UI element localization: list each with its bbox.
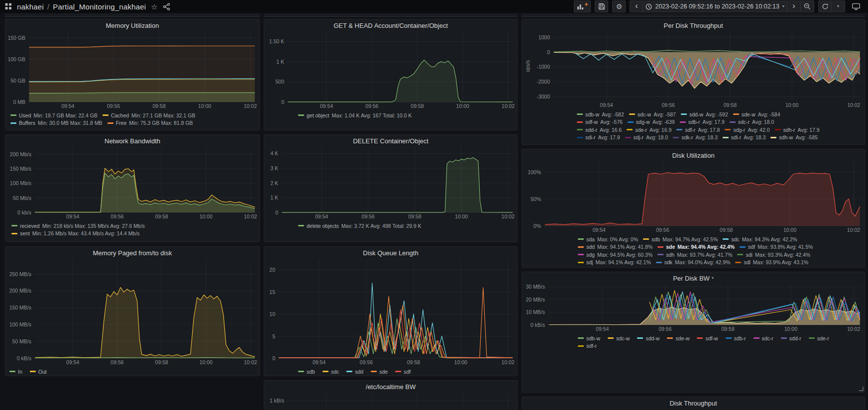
- legend-item-get object[interactable]: get objectMax: 1.04 K Avg: 167 Total: 10…: [298, 112, 412, 118]
- legend-item-sdl-r[interactable]: sdl-rAvg: 18.3: [723, 134, 766, 140]
- chart-plot-pbw[interactable]: [548, 284, 861, 325]
- add-panel-button[interactable]: +: [574, 0, 591, 12]
- legend-item-sdc-r[interactable]: sdc-r: [754, 335, 776, 341]
- legend-item-delete objects[interactable]: delete objectsMax: 3.72 K Avg: 498 Total…: [298, 223, 422, 229]
- chart-plot-net[interactable]: [34, 147, 255, 212]
- x-axis-tick: 09:54: [600, 102, 613, 108]
- chart-plot-etcbw[interactable]: [287, 393, 513, 410]
- panel-header-del[interactable]: DELETE Container/Object: [264, 135, 517, 147]
- legend-item-Free[interactable]: FreeMin: 75.3 GB Max: 81.8 GB: [108, 120, 193, 126]
- legend-item-sdf-r[interactable]: sdf-r: [578, 343, 599, 349]
- chart-plot-queue[interactable]: [278, 259, 513, 358]
- legend-item-sdh-w[interactable]: sdh-wAvg: -585: [770, 134, 818, 140]
- legend-series-name: Free: [116, 120, 127, 126]
- legend-item-sdd-w[interactable]: sdd-w: [637, 335, 662, 341]
- panel-header-dth[interactable]: Disk Throughput: [522, 397, 865, 409]
- dashboard-settings-button[interactable]: ⚙: [612, 0, 626, 12]
- legend-item-sdd[interactable]: sddMax: 94.1% Avg: 41.8%: [578, 244, 652, 250]
- legend-color-dash: [10, 114, 16, 116]
- legend-item-sde[interactable]: sde: [371, 369, 390, 375]
- legend-item-In[interactable]: In: [9, 369, 25, 375]
- legend-item-sdd-w[interactable]: sdd-wAvg: -592: [681, 111, 728, 117]
- legend-series-name: sdb: [651, 236, 660, 242]
- legend-item-sda[interactable]: sdaMax: 0% Avg: 0%: [578, 236, 638, 242]
- breadcrumb-team[interactable]: nakhaei: [17, 2, 44, 11]
- panel-title: /etc/localtime BW: [366, 383, 416, 391]
- legend-item-sdg-r[interactable]: sdg-rAvg: 42.0: [725, 127, 769, 133]
- x-axis-tick: 09:58: [155, 359, 168, 365]
- chart-plot-du[interactable]: [544, 161, 861, 226]
- legend-item-sdb-r[interactable]: sdb-r: [726, 335, 749, 341]
- legend-item-sdb[interactable]: sdb: [298, 369, 318, 375]
- legend-item-sdb-w[interactable]: sdb-w: [578, 335, 603, 341]
- chart-plot-pdt[interactable]: [553, 31, 861, 101]
- legend-item-sdh[interactable]: sdhMax: 93.7% Avg: 41.7%: [657, 252, 732, 258]
- panel-header-paged[interactable]: Memory Paged from/to disk: [5, 247, 259, 259]
- zoom-out-time-button[interactable]: [801, 0, 814, 12]
- legend-item-sdf-r[interactable]: sdf-rAvg: 17.8: [676, 127, 720, 133]
- save-dashboard-button[interactable]: [595, 0, 608, 12]
- legend-item-sdd-r[interactable]: sdd-r: [781, 335, 804, 341]
- legend-item-sdc-r[interactable]: sdc-rAvg: 18.0: [730, 119, 774, 125]
- refresh-button[interactable]: [818, 0, 832, 12]
- time-shift-forward-button[interactable]: ›: [787, 0, 801, 12]
- chart-plot-mem[interactable]: [28, 31, 255, 102]
- legend-item-sdj-r[interactable]: sdj-rAvg: 18.0: [625, 134, 668, 140]
- legend-item-recieved[interactable]: recievedMin: 218 kb/s Max: 135 Mb/s Avg:…: [11, 223, 145, 229]
- panel-header-mem[interactable]: Memory Utilization: [5, 19, 259, 31]
- legend-item-sdk[interactable]: sdkMax: 94.0% Avg: 42.9%: [656, 259, 731, 265]
- legend-item-Buffers[interactable]: BuffersMin: 30.0 MB Max: 31.8 MB: [10, 120, 103, 126]
- legend-item-sdl[interactable]: sdlMax: 93.9% Avg: 43.1%: [735, 259, 808, 265]
- legend-item-sdf-w[interactable]: sdf-w: [697, 335, 720, 341]
- star-icon[interactable]: ☆: [151, 3, 157, 10]
- legend-item-sdj[interactable]: sdjMax: 94.1% Avg: 42.1%: [578, 259, 651, 265]
- refresh-interval-button[interactable]: ▾: [832, 0, 845, 12]
- panel-header-etcbw[interactable]: /etc/localtime BW: [264, 381, 517, 393]
- legend-item-sdc[interactable]: sdc: [323, 369, 341, 375]
- legend-item-sent[interactable]: sentMin: 1.26 Mb/s Max: 43.4 Mb/s Avg: 1…: [11, 230, 140, 236]
- legend-item-sdi[interactable]: sdiMax: 93.3% Avg: 42.4%: [737, 252, 810, 258]
- legend-item-sdb-w[interactable]: sdb-wAvg: -582: [577, 111, 624, 117]
- time-range-picker[interactable]: 2023-02-26 09:52:16 to 2023-02-26 10:02:…: [643, 0, 787, 12]
- legend-item-sdb-r[interactable]: sdb-rAvg: 17.9: [680, 119, 725, 125]
- legend-item-sdf[interactable]: sdfMax: 93.8% Avg: 41.5%: [740, 244, 813, 250]
- panel-header-net[interactable]: Network Bandwidth: [5, 135, 259, 147]
- chart-plot-del[interactable]: [281, 147, 513, 212]
- panel-header-pdt[interactable]: Per Disk Throughput: [522, 19, 865, 31]
- legend-item-sdd[interactable]: sdd: [346, 369, 366, 375]
- legend-series-name: sdc: [331, 369, 339, 375]
- legend-item-Out[interactable]: Out: [30, 369, 49, 375]
- cycle-view-mode-button[interactable]: [849, 0, 863, 12]
- legend-item-sdc-w[interactable]: sdc-w: [608, 335, 632, 341]
- legend-item-sde-r[interactable]: sde-rAvg: 16.9: [627, 127, 671, 133]
- legend-series-name: sdk-r: [681, 134, 693, 140]
- legend-item-sdf[interactable]: sdf: [395, 369, 413, 375]
- legend-item-sdf-w[interactable]: sdf-wAvg: -576: [577, 119, 623, 125]
- legend-item-sde-w[interactable]: sde-wAvg: -584: [733, 111, 780, 117]
- panel-header-pbw[interactable]: Per Disk BW▾: [522, 272, 865, 284]
- legend-item-sde-w[interactable]: sde-w: [667, 335, 692, 341]
- panel-header-du[interactable]: Disk Utilization: [522, 149, 865, 161]
- legend-item-sdk-r[interactable]: sdk-rAvg: 18.3: [673, 134, 718, 140]
- breadcrumb-dashboard[interactable]: Partial_Monitoring_nakhaei: [53, 2, 146, 11]
- legend-item-sdc[interactable]: sdcMax: 94.3% Avg: 42.2%: [723, 236, 797, 242]
- legend-item-sde-r[interactable]: sde-r: [809, 335, 832, 341]
- legend-item-Cached[interactable]: CachedMin: 27.1 GB Max: 32.1 GB: [103, 112, 196, 118]
- apps-menu-icon[interactable]: [5, 3, 12, 10]
- legend-item-sdc-w[interactable]: sdc-wAvg: -587: [629, 111, 676, 117]
- time-shift-back-button[interactable]: ‹: [630, 0, 643, 12]
- chart-plot-paged[interactable]: [34, 259, 255, 358]
- share-icon[interactable]: [163, 3, 170, 10]
- legend-item-sdd-r[interactable]: sdd-rAvg: 16.6: [577, 127, 622, 133]
- legend-item-sdh-r[interactable]: sdh-rAvg: 17.9: [775, 127, 820, 133]
- legend-series-name: Out: [38, 369, 47, 375]
- panel-header-queue[interactable]: Disk Queue Length: [264, 247, 517, 259]
- panel-header-get[interactable]: GET & HEAD Account/Container/Object: [264, 19, 517, 31]
- chart-plot-get[interactable]: [287, 31, 513, 102]
- legend-item-sdg[interactable]: sdgMax: 94.5% Avg: 60.3%: [578, 252, 652, 258]
- legend-item-sdb[interactable]: sdbMax: 94.7% Avg: 42.5%: [643, 236, 718, 242]
- legend-item-sde[interactable]: sdeMax: 94.4% Avg: 42.4%: [657, 244, 735, 250]
- legend-item-sdg-w[interactable]: sdg-wAvg: -639: [628, 119, 675, 125]
- legend-item-sdi-r[interactable]: sdi-rAvg: 17.9: [577, 134, 620, 140]
- legend-item-Used[interactable]: UsedMin: 19.7 GB Max: 22.4 GB: [10, 112, 98, 118]
